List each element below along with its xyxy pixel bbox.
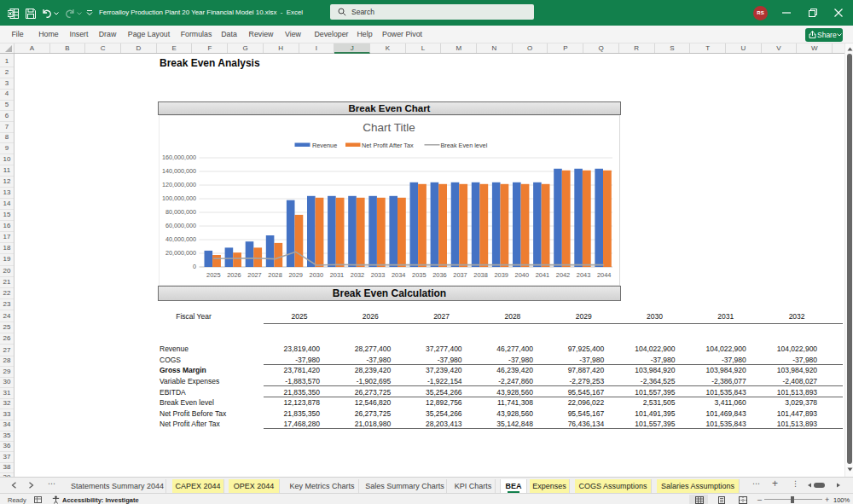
svg-text:2025: 2025 — [206, 271, 220, 279]
svg-text:0: 0 — [193, 263, 196, 270]
svg-text:2036: 2036 — [432, 271, 446, 279]
svg-text:2030: 2030 — [309, 271, 322, 279]
svg-text:40,000,000: 40,000,000 — [165, 235, 196, 243]
svg-text:Break Even level: Break Even level — [440, 142, 487, 149]
svg-text:160,000,000: 160,000,000 — [162, 154, 196, 161]
svg-text:2027: 2027 — [247, 271, 261, 279]
svg-text:2043: 2043 — [576, 271, 589, 279]
svg-text:2040: 2040 — [514, 271, 528, 279]
svg-text:2038: 2038 — [473, 271, 487, 279]
svg-text:2041: 2041 — [535, 271, 548, 279]
svg-text:2039: 2039 — [494, 271, 508, 279]
svg-text:2037: 2037 — [453, 271, 467, 279]
svg-text:20,000,000: 20,000,000 — [165, 249, 196, 257]
svg-text:2033: 2033 — [370, 271, 384, 279]
svg-text:2042: 2042 — [555, 271, 569, 279]
svg-text:2029: 2029 — [288, 271, 302, 279]
svg-text:60,000,000: 60,000,000 — [165, 222, 196, 229]
svg-text:2028: 2028 — [268, 271, 281, 279]
svg-text:Chart Title: Chart Title — [363, 121, 415, 134]
svg-text:2035: 2035 — [412, 271, 426, 279]
svg-text:Revenue: Revenue — [312, 142, 337, 149]
svg-text:140,000,000: 140,000,000 — [162, 167, 196, 175]
svg-text:2034: 2034 — [391, 271, 404, 279]
svg-text:80,000,000: 80,000,000 — [165, 208, 196, 216]
svg-text:2044: 2044 — [596, 271, 610, 279]
svg-text:2032: 2032 — [350, 271, 363, 279]
svg-text:Net Profit After Tax: Net Profit After Tax — [362, 142, 414, 149]
svg-text:100,000,000: 100,000,000 — [162, 194, 196, 202]
svg-text:2031: 2031 — [329, 271, 343, 279]
svg-text:2026: 2026 — [227, 271, 241, 279]
svg-text:120,000,000: 120,000,000 — [162, 181, 196, 188]
